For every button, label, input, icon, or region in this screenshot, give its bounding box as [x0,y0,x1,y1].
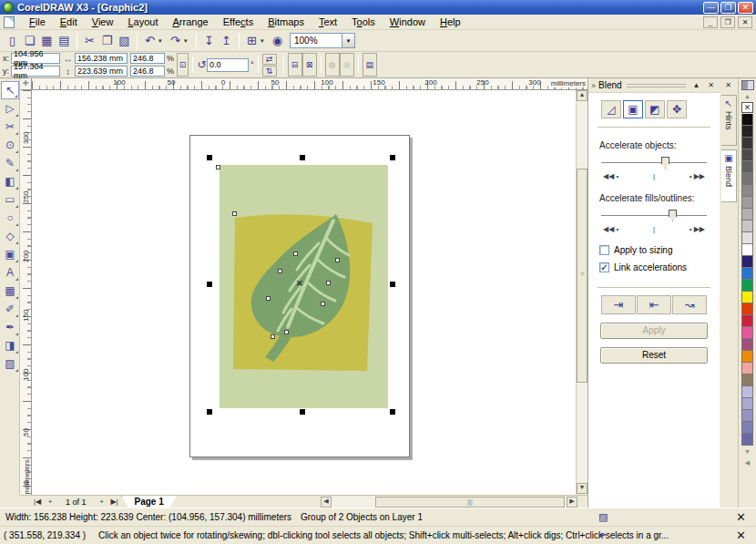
object-height-field[interactable]: 223.639 mm [75,66,128,77]
last-page-button[interactable]: ▶| [108,497,121,508]
doc-restore-button[interactable]: ❐ [720,16,735,28]
freehand-tool[interactable]: ✎ [1,154,19,172]
curve-node[interactable] [335,258,340,262]
lock-ratio-button[interactable]: ⊡ [177,53,189,77]
palette-scroll-up-button[interactable]: ▲ [741,92,754,101]
curve-node[interactable] [266,296,271,301]
docker-grip-icon[interactable]: » [591,81,596,90]
apply-to-sizing-checkbox[interactable] [599,245,609,255]
docker-collapse-button[interactable]: ▲ [690,80,702,91]
interactive-blend-tool[interactable]: ▦ [1,282,19,300]
smart-fill-tool[interactable]: ◧ [1,172,19,190]
arrange[interactable]: Arrange [165,15,215,29]
y-position-field[interactable]: 157.304 mm [11,66,60,77]
convert-dialog-button[interactable]: ▤ [363,53,377,77]
selection-handle[interactable] [300,409,305,415]
outline-tool[interactable]: ✒ [1,318,19,336]
slider-thumb[interactable] [661,157,669,169]
palette-swatch[interactable] [741,398,753,410]
add-page-before-button[interactable]: + [44,497,56,508]
eyedropper-tool[interactable]: ✐ [1,300,19,318]
docker-title-bar[interactable]: » Blend ▲ ✕ [588,78,720,93]
ruler-origin-button[interactable]: ✛ [20,78,32,90]
restore-button[interactable]: ❐ [720,2,736,14]
docker-close-button[interactable]: ✕ [705,80,717,91]
selection-handle[interactable] [300,155,305,160]
vertical-scrollbar[interactable]: ▲ ▼ [576,90,587,495]
text[interactable]: Text [312,15,344,29]
weld-button[interactable]: ◍ [325,53,340,77]
curve-node[interactable] [293,251,298,256]
layout[interactable]: Layout [120,15,165,29]
corel-online-button[interactable]: ◉ [269,32,286,49]
basic-shapes-tool[interactable]: ▣ [1,245,19,263]
curve-node[interactable] [321,302,325,306]
palette-swatch[interactable] [741,209,753,221]
app-launcher-dropdown-icon[interactable]: ▾ [261,37,269,45]
palette-swatch[interactable] [741,221,753,232]
copy-button[interactable]: ❐ [98,32,116,49]
bitmaps[interactable]: Bitmaps [261,15,312,29]
undo-dropdown-icon[interactable]: ▾ [158,37,167,45]
curve-node[interactable] [278,269,282,273]
document-icon[interactable] [4,16,15,28]
import-button[interactable]: ↧ [200,32,218,49]
selection-handle[interactable] [390,282,395,287]
app-launcher-button[interactable]: ⊞ [243,32,261,49]
rotation-angle-field[interactable]: 0.0 [207,58,249,72]
scale-y-field[interactable]: 246.8 [130,66,165,77]
cut-button[interactable]: ✂ [81,32,98,49]
palette-swatch[interactable] [741,232,753,244]
tab-blend[interactable]: ▣ Blend [721,149,737,202]
apply-button[interactable]: Apply [600,323,708,339]
slider-thumb[interactable] [669,210,677,221]
palette-swatch[interactable] [741,138,753,149]
drawing-canvas[interactable]: ✕ [32,90,576,495]
help[interactable]: Help [433,15,468,29]
accelerate-fills-slider[interactable] [601,209,707,223]
palette-swatch[interactable] [741,126,753,138]
curve-node[interactable] [232,211,237,216]
rectangle-tool[interactable]: ▭ [1,190,19,209]
zoom-dropdown-icon[interactable]: ▾ [342,34,354,47]
selection-handle[interactable] [390,409,395,415]
palette-swatch[interactable] [741,386,753,398]
save-button[interactable]: ▦ [38,32,56,49]
palette-swatch[interactable] [741,434,753,446]
palette-swatch[interactable] [741,410,753,422]
curve-node[interactable] [271,334,275,339]
curve-node[interactable] [284,330,289,334]
blend-end-button[interactable]: ⇤ [637,295,671,314]
first-page-button[interactable]: |◀ [31,497,44,508]
edit[interactable]: Edit [53,15,85,29]
page-tab[interactable]: Page 1 [121,496,178,508]
window[interactable]: Window [383,15,433,29]
trim-button[interactable]: ◎ [340,53,354,77]
export-button[interactable]: ↥ [218,32,235,49]
shape-tool[interactable]: ▷ [1,99,19,118]
palette-swatch[interactable] [741,173,753,185]
blend-start-button[interactable]: ⇥ [601,295,636,314]
vertical-ruler[interactable]: 300250200150100500 millimeters [20,90,32,495]
scroll-up-button[interactable]: ▲ [577,90,587,101]
palette-swatch[interactable] [741,351,753,363]
curve-node[interactable] [326,281,331,285]
polygon-tool[interactable]: ◇ [1,227,19,245]
ellipse-tool[interactable]: ○ [1,209,19,227]
undo-button[interactable]: ↶ [141,32,158,49]
redo-dropdown-icon[interactable]: ▾ [184,37,192,45]
file[interactable]: File [22,15,53,29]
blend-path-button[interactable]: ↝ [672,295,707,314]
scroll-left-button[interactable]: ◀ [321,497,332,508]
palette-swatch[interactable] [741,197,753,209]
palette-scroll-down-button[interactable]: ▼ [741,447,754,457]
ungroup-all-button[interactable]: ⊠ [302,53,317,77]
palette-swatch[interactable] [741,114,753,126]
text-tool[interactable]: A [1,263,19,282]
mirror-vertical-button[interactable]: ⇅ [262,66,277,77]
palette-swatch[interactable] [741,327,753,339]
selection-handle[interactable] [390,155,395,160]
tab-hints[interactable]: ↖ Hints [721,95,737,146]
blend-misc-tab[interactable]: ✥ [667,100,687,118]
view[interactable]: View [85,15,121,29]
